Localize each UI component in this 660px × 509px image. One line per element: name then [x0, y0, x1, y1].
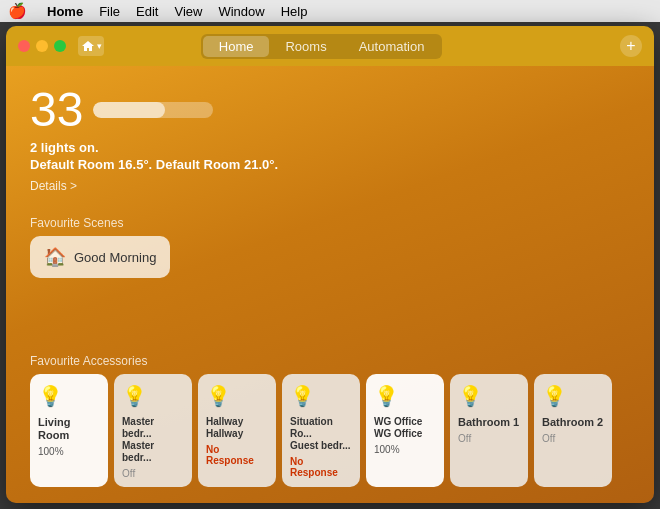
scene-good-morning[interactable]: 🏠 Good Morning — [30, 236, 170, 278]
acc-name-bathroom-2: Bathroom 2 — [542, 416, 604, 429]
acc-name-wg-office: WG OfficeWG Office — [374, 416, 436, 440]
scenes-row: 🏠 Good Morning — [6, 236, 654, 278]
acc-name-situation-ro: Situation Ro...Guest bedr... — [290, 416, 352, 452]
menu-bar: 🍎 Home File Edit View Window Help — [0, 0, 660, 22]
tab-rooms[interactable]: Rooms — [269, 36, 342, 57]
menu-window[interactable]: Window — [218, 4, 264, 19]
apple-menu[interactable]: 🍎 — [8, 2, 27, 20]
bulb-icon-hallway: 💡 — [206, 384, 268, 408]
menu-file[interactable]: File — [99, 4, 120, 19]
accessory-situation-ro[interactable]: 💡 Situation Ro...Guest bedr... No Respon… — [282, 374, 360, 487]
bulb-icon-living-room: 💡 — [38, 384, 100, 408]
accessories-label: Favourite Accessories — [6, 346, 654, 374]
temperature-row: 33 — [30, 86, 630, 134]
bulb-icon-bathroom-1: 💡 — [458, 384, 520, 408]
bulb-icon-bathroom-2: 💡 — [542, 384, 604, 408]
scene-home-icon: 🏠 — [44, 246, 66, 268]
tab-automation[interactable]: Automation — [343, 36, 441, 57]
acc-status-wg-office: 100% — [374, 444, 436, 455]
acc-name-bathroom-1: Bathroom 1 — [458, 416, 520, 429]
scene-name: Good Morning — [74, 250, 156, 265]
menu-view[interactable]: View — [174, 4, 202, 19]
acc-name-master-bedr: Master bedr...Master bedr... — [122, 416, 184, 464]
details-link[interactable]: Details > — [30, 179, 77, 193]
acc-name-hallway: HallwayHallway — [206, 416, 268, 440]
accessory-wg-office[interactable]: 💡 WG OfficeWG Office 100% — [366, 374, 444, 487]
main-content: 33 2 lights on. Default Room 16.5°. Defa… — [6, 66, 654, 503]
minimize-button[interactable] — [36, 40, 48, 52]
acc-status-hallway: No Response — [206, 444, 268, 466]
temperature-display: 33 — [30, 86, 83, 134]
accessory-bathroom-1[interactable]: 💡 Bathroom 1 Off — [450, 374, 528, 487]
traffic-lights — [18, 40, 66, 52]
maximize-button[interactable] — [54, 40, 66, 52]
tab-group: Home Rooms Automation — [201, 34, 443, 59]
bulb-icon-situation-ro: 💡 — [290, 384, 352, 408]
menu-help[interactable]: Help — [281, 4, 308, 19]
acc-status-living-room: 100% — [38, 446, 100, 457]
temperature-bar-fill — [93, 102, 165, 118]
title-bar: ▾ Home Rooms Automation + — [6, 26, 654, 66]
accessories-section: Favourite Accessories 💡 Living Room 100%… — [6, 346, 654, 503]
menu-edit[interactable]: Edit — [136, 4, 158, 19]
acc-status-bathroom-1: Off — [458, 433, 520, 444]
status-line2: Default Room 16.5°. Default Room 21.0°. — [30, 157, 630, 172]
close-button[interactable] — [18, 40, 30, 52]
status-line1: 2 lights on. — [30, 140, 630, 155]
menu-app-name[interactable]: Home — [47, 4, 83, 19]
acc-name-living-room: Living Room — [38, 416, 100, 442]
bulb-icon-wg-office: 💡 — [374, 384, 436, 408]
accessory-hallway[interactable]: 💡 HallwayHallway No Response — [198, 374, 276, 487]
app-window: ▾ Home Rooms Automation + 33 2 lights on… — [6, 26, 654, 503]
acc-status-master-bedr: Off — [122, 468, 184, 479]
accessories-row: 💡 Living Room 100% 💡 Master bedr...Maste… — [6, 374, 654, 503]
accessory-master-bedr[interactable]: 💡 Master bedr...Master bedr... Off — [114, 374, 192, 487]
add-button[interactable]: + — [620, 35, 642, 57]
temperature-bar — [93, 102, 213, 118]
acc-status-situation-ro: No Response — [290, 456, 352, 478]
tab-home[interactable]: Home — [203, 36, 270, 57]
bulb-icon-master-bedr: 💡 — [122, 384, 184, 408]
accessory-living-room[interactable]: 💡 Living Room 100% — [30, 374, 108, 487]
accessory-bathroom-2[interactable]: 💡 Bathroom 2 Off — [534, 374, 612, 487]
scenes-label: Favourite Scenes — [6, 204, 654, 236]
home-icon-button[interactable]: ▾ — [78, 36, 104, 56]
top-section: 33 2 lights on. Default Room 16.5°. Defa… — [6, 66, 654, 204]
acc-status-bathroom-2: Off — [542, 433, 604, 444]
